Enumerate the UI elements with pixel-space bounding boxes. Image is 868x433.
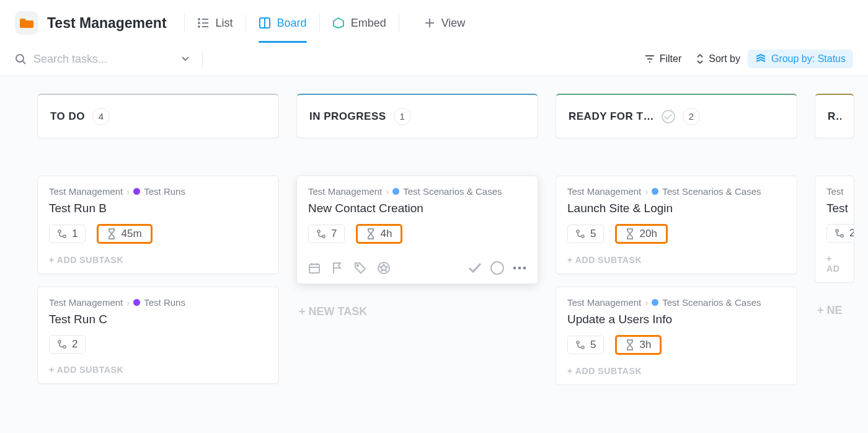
tab-list-label: List	[216, 17, 233, 30]
time-estimate: 4h	[380, 228, 392, 240]
subtask-count-chip[interactable]: 2	[826, 224, 854, 243]
subtask-count-chip[interactable]: 1	[49, 225, 86, 243]
column-clipped: REA Test Test 2 + AD + NE	[815, 94, 854, 317]
complete-check-icon[interactable]	[468, 262, 482, 274]
priority-flag-icon[interactable]	[332, 262, 343, 274]
svg-point-2	[198, 22, 200, 24]
list-color-dot	[652, 299, 658, 306]
column-title: IN PROGRESS	[309, 110, 386, 123]
add-subtask-button[interactable]: + ADD SUBTASK	[567, 366, 786, 376]
subtask-count: 1	[72, 228, 78, 240]
add-view-button[interactable]: View	[412, 12, 478, 34]
chevron-right-icon: ›	[645, 297, 648, 308]
list-color-dot	[652, 188, 658, 195]
hourglass-icon	[366, 228, 375, 239]
subtask-count-chip[interactable]: 5	[567, 336, 604, 354]
filter-button[interactable]: Filter	[637, 50, 689, 68]
add-view-label: View	[441, 17, 466, 30]
star-icon[interactable]	[378, 262, 390, 274]
add-subtask-button[interactable]: + ADD SUBTASK	[567, 255, 786, 265]
chevron-right-icon: ›	[126, 297, 130, 308]
breadcrumb-parent: Test Management	[49, 297, 123, 308]
hourglass-icon	[626, 339, 634, 350]
column-title: REA	[828, 110, 841, 123]
task-card[interactable]: Test Test 2 + AD	[815, 176, 854, 283]
subtask-count: 7	[331, 228, 337, 240]
tab-list[interactable]: List	[185, 12, 246, 34]
svg-point-28	[513, 267, 516, 270]
add-subtask-button[interactable]: + ADD SUBTASK	[49, 365, 267, 375]
svg-point-25	[357, 265, 358, 266]
assignee-circle-icon[interactable]	[490, 261, 504, 275]
column-ready-for-testing: READY FOR T… 2 Test Management › Test Sc…	[556, 94, 797, 385]
task-card[interactable]: Test Management › Test Runs Test Run B 1…	[37, 176, 279, 274]
list-color-dot	[133, 299, 140, 306]
group-label: Group by: Status	[771, 53, 846, 65]
time-estimate-chip[interactable]: 3h	[615, 335, 662, 355]
column-title: READY FOR T…	[569, 110, 654, 123]
task-card[interactable]: Test Management › Test Runs Test Run C 2…	[37, 287, 279, 384]
due-date-icon[interactable]	[308, 262, 321, 274]
search-icon	[15, 53, 26, 65]
column-title: TO DO	[50, 110, 85, 123]
column-count: 1	[394, 108, 411, 125]
chevron-right-icon: ›	[386, 186, 389, 197]
task-title: New Contact Creation	[308, 202, 526, 215]
list-color-dot	[392, 188, 399, 195]
svg-point-10	[16, 55, 24, 62]
task-card[interactable]: Test Management › Test Scenarios & Cases…	[556, 176, 797, 274]
time-estimate: 45m	[121, 228, 141, 240]
tag-icon[interactable]	[354, 262, 366, 274]
column-header[interactable]: IN PROGRESS 1	[296, 94, 538, 138]
new-task-button[interactable]: + NE	[815, 304, 854, 317]
add-subtask-button[interactable]: + ADD SUBTASK	[49, 255, 267, 265]
column-count: 4	[92, 108, 110, 125]
board: TO DO 4 Test Management › Test Runs Test…	[0, 76, 868, 385]
column-header[interactable]: TO DO 4	[37, 94, 279, 138]
group-by-button[interactable]: Group by: Status	[748, 50, 853, 68]
subtask-count-chip[interactable]: 7	[308, 225, 345, 243]
column-count: 2	[683, 108, 700, 125]
new-task-button[interactable]: + NEW TASK	[296, 305, 538, 318]
sort-button[interactable]: Sort by	[689, 50, 748, 68]
time-estimate-chip[interactable]: 4h	[356, 224, 402, 244]
more-icon[interactable]	[513, 266, 526, 270]
time-estimate: 20h	[639, 228, 657, 240]
hourglass-icon	[626, 228, 634, 239]
svg-point-29	[518, 267, 521, 270]
breadcrumb-location: Test Scenarios & Cases	[403, 186, 502, 197]
svg-point-31	[577, 230, 579, 233]
svg-point-4	[198, 26, 200, 27]
task-title: Update a Users Info	[567, 313, 786, 326]
subtask-count: 2	[72, 338, 78, 350]
svg-point-35	[836, 230, 838, 232]
subtask-count-chip[interactable]: 2	[49, 335, 86, 354]
add-subtask-button[interactable]: + AD	[826, 254, 843, 274]
time-estimate-chip[interactable]: 20h	[615, 224, 667, 244]
breadcrumb-parent: Test	[826, 186, 844, 197]
task-card[interactable]: Test Management › Test Scenarios & Cases…	[296, 176, 538, 284]
svg-point-27	[491, 262, 503, 274]
svg-point-15	[58, 230, 61, 233]
tab-embed[interactable]: Embed	[320, 12, 399, 34]
tab-embed-label: Embed	[351, 17, 386, 30]
column-header[interactable]: READY FOR T… 2	[556, 94, 797, 138]
tab-board-label: Board	[277, 17, 307, 30]
breadcrumb-location: Test Runs	[144, 186, 185, 197]
tab-board[interactable]: Board	[246, 12, 319, 34]
time-estimate: 3h	[639, 339, 651, 351]
column-header[interactable]: REA	[815, 94, 854, 138]
subtask-count: 5	[590, 339, 596, 351]
svg-point-30	[523, 267, 526, 270]
search-expand-icon[interactable]	[181, 53, 190, 65]
subtask-count-chip[interactable]: 5	[567, 225, 604, 243]
time-estimate-chip[interactable]: 45m	[97, 224, 152, 244]
sort-icon	[696, 54, 704, 64]
toolbar: Filter Sort by Group by: Status	[0, 43, 868, 76]
search-input[interactable]	[32, 52, 156, 66]
task-card[interactable]: Test Management › Test Scenarios & Cases…	[556, 287, 797, 385]
hourglass-icon	[107, 228, 116, 239]
task-title: Test Run B	[49, 202, 267, 215]
page-header: Test Management List Board Embed View	[0, 0, 868, 43]
search-box[interactable]	[15, 52, 156, 66]
